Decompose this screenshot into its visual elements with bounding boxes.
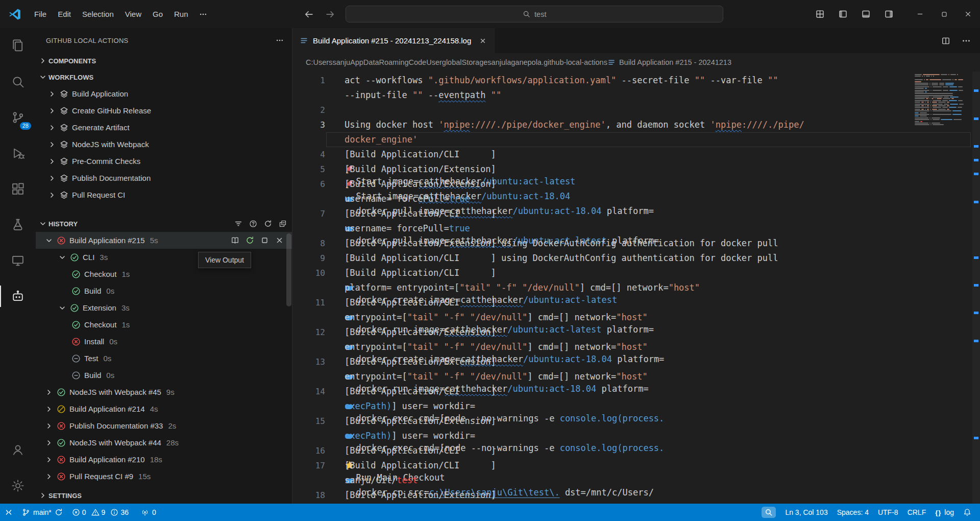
history-item[interactable]: NodeJS with Webpack #4428s bbox=[36, 434, 292, 451]
workflow-item[interactable]: Build Application bbox=[36, 85, 292, 102]
activity-testing[interactable] bbox=[0, 207, 36, 243]
eol-status[interactable]: CRLF bbox=[903, 504, 931, 521]
stop-icon[interactable] bbox=[260, 236, 269, 245]
refresh-button[interactable] bbox=[264, 220, 272, 228]
breadcrumb-item[interactable]: sanju bbox=[332, 58, 350, 66]
chevron-right-icon[interactable] bbox=[48, 157, 56, 165]
sidebar-scrollbar[interactable] bbox=[286, 233, 291, 306]
chevron-right-icon[interactable] bbox=[45, 472, 53, 481]
history-item[interactable]: Extension3s bbox=[36, 299, 292, 316]
workflow-item[interactable]: Pre-Commit Checks bbox=[36, 153, 292, 170]
collapse-all-button[interactable] bbox=[279, 220, 287, 228]
restart-icon[interactable] bbox=[246, 236, 254, 245]
chevron-right-icon[interactable] bbox=[45, 405, 53, 413]
breadcrumb-item[interactable]: Users bbox=[313, 58, 333, 66]
activity-search[interactable] bbox=[0, 64, 36, 100]
workflow-item[interactable]: Create GitHub Release bbox=[36, 102, 292, 119]
customize-layout-button[interactable] bbox=[815, 9, 825, 19]
chevron-right-icon[interactable] bbox=[45, 456, 53, 464]
indentation-status[interactable]: Spaces: 4 bbox=[832, 504, 873, 521]
history-item[interactable]: Checkout1s bbox=[36, 316, 292, 333]
ports-status[interactable]: 0 bbox=[136, 504, 161, 521]
zoom-status[interactable] bbox=[757, 504, 780, 521]
chevron-right-icon[interactable] bbox=[45, 422, 53, 430]
chevron-right-icon[interactable] bbox=[48, 107, 56, 115]
menu-go[interactable]: Go bbox=[147, 7, 168, 21]
filter-button[interactable] bbox=[234, 220, 242, 228]
editor-more-button[interactable] bbox=[962, 36, 971, 45]
chevron-right-icon[interactable] bbox=[48, 90, 56, 98]
minimize-button[interactable] bbox=[908, 0, 932, 28]
activity-extensions[interactable] bbox=[0, 171, 36, 207]
history-item[interactable]: NodeJS with Webpack #459s bbox=[36, 384, 292, 400]
section-history[interactable]: HISTORY bbox=[36, 216, 292, 232]
history-item[interactable]: Build Application #2144s bbox=[36, 400, 292, 417]
activity-remote-explorer[interactable] bbox=[0, 243, 36, 278]
maximize-button[interactable] bbox=[932, 0, 956, 28]
activity-source-control[interactable]: 28 bbox=[0, 100, 36, 135]
editor-content[interactable]: 1act --workflows ".github/workflows/appl… bbox=[292, 72, 980, 504]
history-item[interactable]: Pull Request CI #915s bbox=[36, 468, 292, 485]
sidebar-more-button[interactable] bbox=[276, 36, 284, 44]
problems-status[interactable]: 0 9 36 bbox=[67, 504, 136, 521]
activity-explorer[interactable] bbox=[0, 28, 36, 64]
chevron-right-icon[interactable] bbox=[48, 174, 56, 182]
section-components[interactable]: COMPONENTS bbox=[36, 53, 292, 69]
menu-more-button[interactable] bbox=[194, 7, 212, 21]
history-item[interactable]: Test0s bbox=[36, 350, 292, 367]
breadcrumb-item[interactable]: Code bbox=[409, 58, 427, 66]
tab-log-file[interactable]: Build Application #215 - 20241213_224158… bbox=[292, 28, 495, 53]
nav-back-button[interactable] bbox=[304, 9, 314, 19]
view-output-icon[interactable] bbox=[231, 236, 239, 245]
breadcrumb-item[interactable]: Build Application #215 - 20241213 bbox=[607, 58, 731, 66]
history-item[interactable]: Build0s bbox=[36, 367, 292, 384]
toggle-panel-button[interactable] bbox=[861, 9, 871, 19]
history-item[interactable]: Build Application #2155s bbox=[36, 232, 292, 249]
minimap[interactable] bbox=[915, 74, 972, 126]
help-button[interactable] bbox=[249, 220, 257, 228]
chevron-right-icon[interactable] bbox=[48, 140, 56, 149]
workflow-item[interactable]: Generate Artifact bbox=[36, 119, 292, 136]
workflow-item[interactable]: NodeJS with Webpack bbox=[36, 136, 292, 153]
chevron-right-icon[interactable] bbox=[48, 191, 56, 199]
workflow-item[interactable]: Pull Request CI bbox=[36, 186, 292, 203]
breadcrumb-item[interactable]: globalStorage bbox=[442, 58, 488, 66]
activity-run-and-debug[interactable] bbox=[0, 135, 36, 171]
command-center-search[interactable]: test bbox=[346, 6, 723, 22]
activity-github-local-actions[interactable] bbox=[0, 278, 36, 314]
menu-file[interactable]: File bbox=[29, 7, 52, 21]
chevron-down-icon[interactable] bbox=[45, 236, 53, 245]
split-editor-button[interactable] bbox=[941, 36, 950, 45]
menu-run[interactable]: Run bbox=[168, 7, 194, 21]
chevron-right-icon[interactable] bbox=[45, 439, 53, 447]
chevron-down-icon[interactable] bbox=[58, 253, 66, 262]
history-item[interactable]: Publish Documentation #332s bbox=[36, 417, 292, 434]
toggle-sidebar-button[interactable] bbox=[838, 9, 848, 19]
remote-indicator[interactable] bbox=[0, 504, 17, 521]
section-workflows[interactable]: WORKFLOWS bbox=[36, 69, 292, 85]
menu-edit[interactable]: Edit bbox=[52, 7, 77, 21]
history-item[interactable]: Build Application #21018s bbox=[36, 451, 292, 468]
chevron-down-icon[interactable] bbox=[58, 304, 66, 312]
dismiss-icon[interactable] bbox=[275, 236, 284, 245]
overview-ruler[interactable] bbox=[972, 72, 980, 504]
notifications-bell[interactable] bbox=[959, 504, 976, 521]
breadcrumb-item[interactable]: sanjulaganepola.github-local-actions bbox=[487, 58, 607, 66]
close-button[interactable] bbox=[956, 0, 980, 28]
section-settings[interactable]: SETTINGS bbox=[36, 487, 292, 504]
toggle-secondary-sidebar-button[interactable] bbox=[884, 9, 894, 19]
branch-status[interactable]: main* bbox=[17, 504, 67, 521]
history-item[interactable]: Install0s bbox=[36, 333, 292, 350]
breadcrumb-item[interactable]: Roaming bbox=[379, 58, 408, 66]
menu-selection[interactable]: Selection bbox=[77, 7, 119, 21]
activity-manage[interactable] bbox=[0, 468, 36, 504]
activity-accounts[interactable] bbox=[0, 432, 36, 468]
breadcrumb-item[interactable]: C: bbox=[306, 58, 313, 66]
breadcrumb-item[interactable]: User bbox=[426, 58, 442, 66]
tab-close-icon[interactable] bbox=[479, 37, 487, 45]
breadcrumb-item[interactable]: AppData bbox=[350, 58, 379, 66]
history-item[interactable]: Checkout1s bbox=[36, 266, 292, 282]
history-item[interactable]: CLI3s bbox=[36, 249, 292, 266]
menu-view[interactable]: View bbox=[119, 7, 147, 21]
history-item[interactable]: Build0s bbox=[36, 282, 292, 299]
